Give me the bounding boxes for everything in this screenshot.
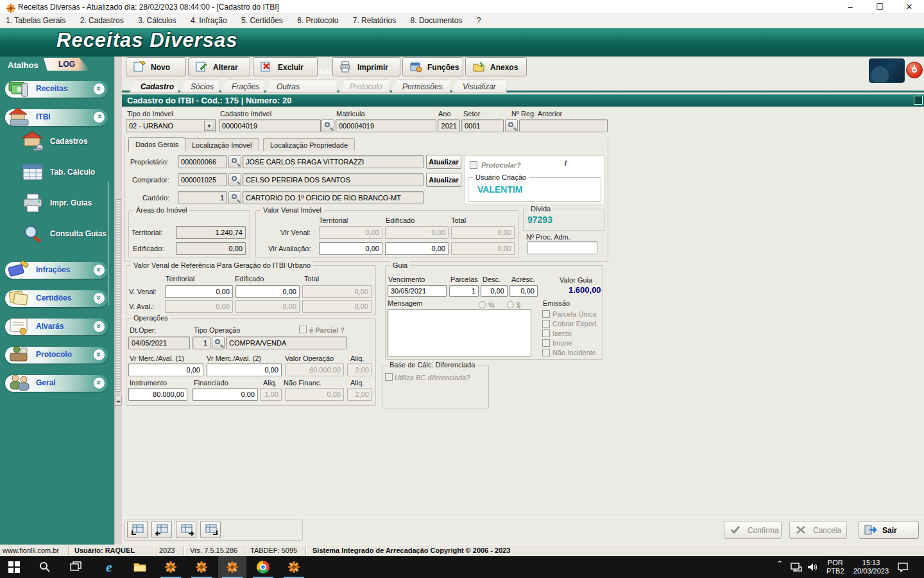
comprador-search-icon[interactable] (228, 173, 241, 186)
tab-protocolo[interactable]: Protocolo (339, 80, 390, 92)
cartorio-name-field[interactable]: CARTORIO DO 1º OFICIO DE RIO BRANCO-MT (243, 191, 424, 204)
sidebar-item-consulta-guias[interactable]: Consulta Guias (19, 221, 109, 247)
chevron-up-icon[interactable]: » (94, 112, 105, 123)
tab-visualizar[interactable]: Visualizar (452, 80, 507, 92)
e-parcial-checkbox[interactable] (299, 326, 307, 333)
log-tab[interactable]: LOG (44, 58, 90, 71)
reg-anterior-field[interactable] (519, 119, 608, 132)
parcela-unica-checkbox[interactable] (542, 310, 550, 318)
proprietario-code-field[interactable]: 000000066 (178, 155, 227, 168)
sidebar-group-infracoes[interactable]: Infrações » (5, 262, 108, 279)
taskbar-app3-button-active[interactable] (218, 556, 246, 578)
menu-certidoes[interactable]: 5. Certidões (235, 14, 289, 28)
desc-field[interactable]: 0,00 (481, 285, 508, 297)
vencimento-field[interactable]: 30/05/2021 (388, 285, 447, 297)
start-button[interactable] (0, 556, 28, 578)
clock[interactable]: 15:1320/03/2023 (848, 556, 893, 578)
tipo-imovel-select[interactable]: 02 - URBANO ▼ (126, 119, 216, 132)
sidebar-item-cadastros[interactable]: Cadastros (19, 128, 109, 154)
matricula-field[interactable]: 000004019 (336, 119, 436, 132)
taskbar-app4-button[interactable] (280, 556, 308, 578)
sidebar-item-tab-calculo[interactable]: Tab. Cálculo (19, 159, 109, 185)
tab-permissoes[interactable]: Permissões (391, 80, 450, 92)
taskbar-search-button[interactable] (31, 556, 59, 578)
dropdown-arrow-icon[interactable]: ▼ (204, 121, 214, 131)
financiado-field[interactable]: 0,00 (193, 388, 258, 401)
tab-socios[interactable]: Sócios (180, 80, 219, 92)
anexos-button[interactable]: Anexos (465, 57, 527, 76)
confirma-button[interactable]: Confirma (724, 521, 782, 539)
sair-button[interactable]: Sair (859, 521, 919, 539)
chevron-down-icon[interactable]: » (94, 293, 105, 304)
v-venal-edificado-field[interactable]: 0,00 (235, 285, 300, 298)
splitter-arrows[interactable]: ◂▸ (115, 396, 122, 406)
taskbar-chrome-button[interactable] (249, 556, 277, 578)
funcoes-button[interactable]: Funções (402, 57, 463, 76)
tipo-operacao-name-field[interactable]: COMPRA/VENDA (226, 337, 346, 349)
cartorio-search-icon[interactable] (228, 191, 241, 204)
sidebar-scrollbar[interactable]: ◂▸ (114, 57, 122, 549)
sidebar-group-certidoes[interactable]: Certidões » (5, 290, 108, 307)
parcelas-field[interactable]: 1 (449, 285, 479, 297)
acresc-field[interactable]: 0,00 (509, 285, 538, 297)
ano-field[interactable]: 2021 (438, 119, 460, 132)
first-record-button[interactable] (127, 521, 148, 538)
prev-record-button[interactable] (151, 521, 172, 538)
proprietario-search-icon[interactable] (228, 155, 241, 168)
chevron-down-icon[interactable]: » (94, 265, 105, 276)
taskbar-app2-button[interactable] (187, 556, 216, 578)
menu-relatorios[interactable]: 7. Relatórios (347, 14, 402, 28)
menu-help[interactable]: ? (471, 14, 487, 28)
proc-adm-field[interactable] (527, 241, 597, 254)
vr-merc1-field[interactable]: 0,00 (128, 363, 203, 376)
menu-documentos[interactable]: 8. Documentos (405, 14, 468, 28)
innertab-dados-gerais[interactable]: Dados Gerais (128, 137, 185, 152)
cancela-button[interactable]: Cancela (789, 521, 847, 539)
percent-radio[interactable] (479, 301, 486, 308)
innertab-localizacao-imovel[interactable]: Localização Imóvel (185, 138, 259, 151)
instrumento-field[interactable]: 80.000,00 (128, 388, 187, 401)
tipo-operacao-search-icon[interactable] (212, 337, 225, 349)
v-venal-territorial-field[interactable]: 0,00 (165, 285, 233, 298)
chevron-down-icon[interactable]: » (94, 349, 105, 360)
minimize-button[interactable]: – (835, 0, 865, 14)
close-button[interactable]: ✕ (894, 0, 924, 14)
cadastro-imovel-search-icon[interactable] (321, 119, 334, 132)
excluir-button[interactable]: Excluir (253, 57, 318, 76)
chevron-down-icon[interactable]: » (94, 83, 105, 94)
last-record-button[interactable] (200, 521, 221, 538)
tab-outras-receitas[interactable]: Outras Receitas (266, 80, 338, 92)
maximize-button[interactable]: ☐ (865, 0, 894, 14)
tab-fracoes[interactable]: Frações (221, 80, 264, 92)
atualizar-comprador-button[interactable]: Atualizar (426, 173, 461, 187)
tipo-operacao-code-field[interactable]: 1 (193, 337, 210, 349)
chevron-down-icon[interactable]: » (94, 321, 105, 332)
scrollbar-thumb[interactable] (116, 199, 121, 392)
atualizar-proprietario-button[interactable]: Atualizar (426, 155, 461, 169)
comprador-code-field[interactable]: 000001025 (178, 173, 227, 186)
next-record-button[interactable] (176, 521, 196, 538)
comprador-name-field[interactable]: CELSO PEREIRA DOS SANTOS (243, 173, 424, 186)
sidebar-group-receitas[interactable]: Receitas » (5, 81, 108, 98)
isento-checkbox[interactable] (542, 329, 550, 337)
sidebar-group-alvaras[interactable]: Alvarás » (5, 319, 108, 335)
cobrar-exped-checkbox[interactable] (542, 320, 550, 328)
taskbar-ie-button[interactable]: e (95, 556, 123, 578)
menu-tabelas-gerais[interactable]: 1. Tabelas Gerais (0, 14, 71, 28)
nao-incidente-checkbox[interactable] (542, 349, 550, 356)
protocolar-checkbox[interactable] (470, 161, 477, 169)
menu-cadastros[interactable]: 2. Cadastros (74, 14, 130, 28)
alterar-button[interactable]: Alterar (188, 57, 250, 76)
vlr-avaliacao-territorial-field[interactable]: 0,00 (319, 242, 382, 255)
area-edificado-field[interactable]: 0,00 (176, 242, 246, 255)
innertab-localizacao-propriedade[interactable]: Localização Propriedade (263, 138, 355, 151)
dollar-radio[interactable] (507, 301, 514, 308)
sidebar-item-impr-guias[interactable]: Impr. Guias (19, 190, 109, 216)
tray-chevron[interactable]: ⌃ (775, 556, 788, 578)
sidebar-group-itbi[interactable]: ITBI » (5, 109, 108, 126)
sidebar-group-geral[interactable]: Geral » (5, 375, 108, 392)
language-indicator[interactable]: PORPTB2 (824, 556, 848, 578)
notification-center-icon[interactable] (897, 556, 916, 578)
task-view-button[interactable] (62, 556, 90, 578)
vr-merc2-field[interactable]: 0,00 (207, 363, 282, 376)
